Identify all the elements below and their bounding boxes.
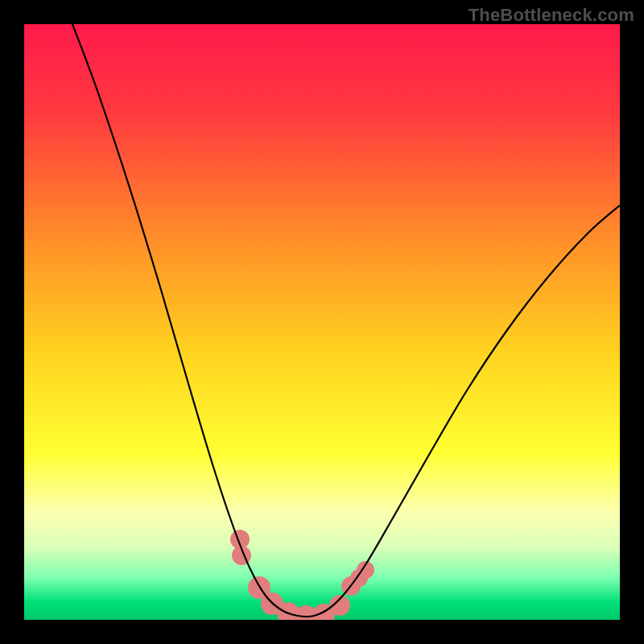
watermark-text: TheBottleneck.com [469,5,634,26]
gradient-background [24,24,620,620]
chart-canvas [24,24,620,620]
plot-area [24,24,620,620]
outer-frame: TheBottleneck.com [0,0,644,644]
